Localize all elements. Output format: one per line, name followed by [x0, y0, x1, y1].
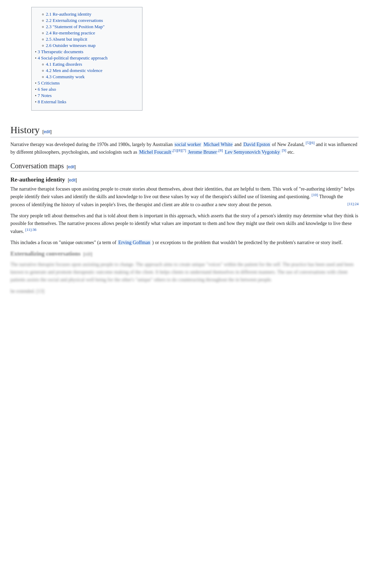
jerome-bruner-link[interactable]: Jerome Bruner: [187, 150, 218, 155]
ref-10: [10]: [312, 193, 318, 197]
ref-111-24: [11]:24: [347, 201, 359, 207]
re-authoring-heading-text: Re-authoring identity: [10, 176, 65, 183]
toc-item-4-2: o 4.2 Men and domestic violence: [42, 68, 135, 73]
toc-link-2-3[interactable]: 2.3 "Statement of Position Map": [46, 24, 105, 30]
toc-link-4-2[interactable]: 4.2 Men and domestic violence: [46, 68, 102, 73]
ref-111-36: [11]:36: [25, 227, 36, 232]
toc-item-2-5: o 2.5 Absent but implicit: [42, 37, 135, 42]
ref-9: [9]: [282, 148, 286, 153]
toc-item-7: ▪ 7 Notes: [35, 93, 135, 98]
toc-link-8[interactable]: 8 External links: [38, 99, 66, 105]
ref-587: ,[5][8][7]: [172, 148, 186, 153]
toc-item-6: ▪ 6 See also: [35, 87, 135, 92]
history-edit-link[interactable]: edit: [44, 129, 50, 134]
re-authoring-paragraph-3: This includes a focus on "unique outcome…: [10, 239, 359, 247]
blurred-content: The narrative therapist focuses upon ass…: [10, 261, 359, 296]
toc-item-2-2: o 2.2 Externalizing conversations: [42, 18, 135, 23]
erving-goffman-link[interactable]: Erving Goffman: [117, 240, 151, 245]
history-paragraph: Narrative therapy was developed during t…: [10, 141, 359, 156]
toc-item-4-1: o 4.1 Eating disorders: [42, 62, 135, 67]
toc-item-2-6: o 2.6 Outsider witnesses map: [42, 43, 135, 48]
toc-link-3[interactable]: 3 Therapeutic documents: [38, 49, 83, 55]
toc-link-2-4[interactable]: 2.4 Re-membering practice: [46, 30, 95, 36]
toc-link-2-6[interactable]: 2.6 Outsider witnesses map: [46, 43, 96, 48]
blurred-paragraph-2: be extended. [13]: [10, 288, 359, 295]
toc-item-2-4: o 2.4 Re-membering practice: [42, 30, 135, 36]
toc-item-8: ▪ 8 External links: [35, 99, 135, 105]
table-of-contents: o 2.1 Re-authoring identity o 2.2 Extern…: [31, 7, 142, 111]
toc-item-2-1: o 2.1 Re-authoring identity: [42, 11, 135, 17]
michael-white-link[interactable]: Michael White: [203, 142, 233, 147]
toc-link-4-3[interactable]: 4.3 Community work: [46, 74, 85, 80]
toc-link-5[interactable]: 5 Criticisms: [38, 80, 60, 86]
ref-8: ,[8]: [218, 148, 223, 153]
toc-link-4-1[interactable]: 4.1 Eating disorders: [46, 62, 82, 67]
conversation-maps-heading: Conversation maps [edit]: [10, 162, 359, 171]
re-authoring-paragraph-2: The story people tell about themselves a…: [10, 212, 359, 235]
social-worker-link[interactable]: social worker: [174, 142, 202, 147]
toc-item-3: ▪ 3 Therapeutic documents: [35, 49, 135, 55]
history-heading: History [edit]: [10, 124, 359, 137]
ref-56: [5][6]: [306, 140, 315, 145]
toc-link-2-1[interactable]: 2.1 Re-authoring identity: [46, 11, 91, 17]
toc-link-2-5[interactable]: 2.5 Absent but implicit: [46, 37, 87, 42]
re-authoring-heading: Re-authoring identity [edit]: [10, 176, 359, 183]
toc-link-4[interactable]: 4 Social-political therapeutic approach: [38, 55, 108, 61]
toc-section-4-sub: o 4.1 Eating disorders o 4.2 Men and dom…: [42, 62, 135, 80]
toc-item-5: ▪ 5 Criticisms: [35, 80, 135, 86]
re-authoring-paragraph-1: The narrative therapist focuses upon ass…: [10, 185, 359, 209]
toc-section-2-sub: o 2.1 Re-authoring identity o 2.2 Extern…: [42, 11, 135, 48]
toc-item-4: ▪ 4 Social-political therapeutic approac…: [35, 55, 135, 61]
david-epston-link[interactable]: David Epston: [243, 142, 271, 147]
lev-vygotsky-link[interactable]: Lev Semyonovich Vygotsky: [224, 150, 280, 155]
michel-foucault-link[interactable]: Michel Foucault: [138, 150, 172, 155]
re-authoring-edit-link[interactable]: edit: [69, 178, 76, 183]
conversation-maps-edit-link[interactable]: edit: [68, 164, 74, 169]
history-heading-text: History: [10, 124, 40, 136]
blurred-paragraph-1: The narrative therapist focuses upon ass…: [10, 261, 359, 284]
toc-link-2-2[interactable]: 2.2 Externalizing conversations: [46, 18, 103, 23]
toc-item-2-3: o 2.3 "Statement of Position Map": [42, 24, 135, 30]
toc-link-6[interactable]: 6 See also: [38, 87, 56, 92]
conversation-maps-heading-text: Conversation maps: [10, 162, 64, 170]
toc-link-7[interactable]: 7 Notes: [38, 93, 52, 98]
externalizing-heading-blurred: Externalizing conversations [edit]: [10, 250, 359, 257]
toc-item-4-3: o 4.3 Community work: [42, 74, 135, 80]
